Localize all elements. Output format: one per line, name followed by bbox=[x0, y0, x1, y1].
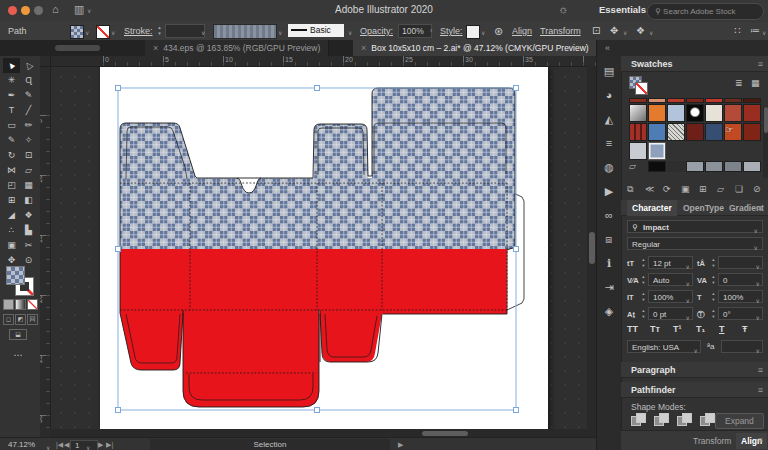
swatch[interactable] bbox=[648, 123, 666, 141]
color-icon[interactable]: ◕ bbox=[597, 84, 621, 106]
brush-chevron-icon[interactable]: ∨ bbox=[278, 29, 282, 36]
asset-export-icon[interactable]: ⧈ bbox=[597, 228, 621, 250]
vertical-scrollbar-thumb[interactable] bbox=[589, 232, 595, 264]
kerning-stepper[interactable]: ▴▾ bbox=[640, 274, 647, 285]
fill-color-indicator[interactable] bbox=[6, 266, 25, 285]
bounding-box-icon[interactable]: ⊡ bbox=[592, 22, 600, 40]
swatch[interactable] bbox=[724, 104, 742, 122]
profile-chevron-icon[interactable]: ∨ bbox=[348, 29, 352, 36]
swatch[interactable] bbox=[686, 104, 704, 122]
leading-stepper[interactable]: ▴▾ bbox=[710, 257, 717, 268]
canvas[interactable]: 05101520253035 51015202530 bbox=[40, 56, 596, 437]
stroke-swatch[interactable] bbox=[96, 25, 110, 39]
draw-inside-button[interactable]: 回 bbox=[27, 314, 38, 325]
swatches-menu-icon[interactable]: ≡ bbox=[758, 56, 763, 72]
swatches-scrollbar-thumb[interactable] bbox=[764, 107, 768, 133]
swatch[interactable] bbox=[743, 161, 761, 172]
pathfinder-menu-icon[interactable]: ≡ bbox=[758, 382, 763, 398]
swatches-stroke-indicator[interactable] bbox=[635, 82, 648, 95]
document-tab-2[interactable]: ×Box 10x5x10 cm – 2.ai* @ 47.12% (CMYK/G… bbox=[353, 40, 598, 56]
draw-behind-button[interactable]: ◩ bbox=[15, 314, 26, 325]
tracking-field[interactable]: 0∨ bbox=[718, 273, 763, 286]
perspective-grid-tool[interactable]: ▦ bbox=[20, 178, 37, 193]
direct-selection-tool[interactable]: △ bbox=[20, 58, 37, 73]
symbol-sprayer-tool[interactable]: ∴ bbox=[3, 223, 20, 238]
swatch[interactable] bbox=[686, 123, 704, 141]
swatch[interactable] bbox=[629, 98, 647, 103]
swatch[interactable] bbox=[705, 123, 723, 141]
anti-aliasing-field[interactable]: ∨ bbox=[721, 340, 763, 353]
opacity-label[interactable]: Opacity: bbox=[360, 22, 393, 40]
paragraph-panel-header[interactable]: Paragraph≡ bbox=[621, 362, 768, 378]
artboard-tool[interactable]: ▣ bbox=[3, 238, 20, 253]
magic-wand-tool[interactable]: ✳ bbox=[3, 73, 20, 88]
document-setup-icon[interactable]: ⊛ bbox=[494, 22, 503, 40]
actions-icon[interactable]: ▶ bbox=[597, 180, 621, 202]
grid-view-icon[interactable]: ▦ bbox=[751, 78, 760, 88]
swatch[interactable] bbox=[724, 98, 742, 103]
opacity-flyout-icon[interactable]: › bbox=[430, 27, 432, 34]
status-flyout-icon[interactable]: ▶ bbox=[398, 438, 403, 450]
font-family-field[interactable]: ⚲ Impact ∨ bbox=[627, 220, 763, 233]
gradient-mode-button[interactable] bbox=[15, 299, 26, 310]
swatch-options-icon[interactable]: ⟳ bbox=[663, 184, 671, 194]
opacity-field[interactable]: 100% bbox=[398, 24, 432, 38]
stroke-label[interactable]: Stroke: bbox=[124, 22, 153, 40]
stroke-weight-field[interactable] bbox=[165, 24, 205, 38]
vertical-scrollbar[interactable] bbox=[587, 66, 596, 437]
ruler-corner[interactable] bbox=[40, 56, 51, 67]
align-link[interactable]: Align bbox=[512, 22, 532, 40]
search-input[interactable]: ⚲ Search Adobe Stock bbox=[647, 3, 764, 20]
strikethrough-button[interactable]: Ŧ bbox=[742, 324, 748, 334]
tab-opentype[interactable]: OpenType bbox=[683, 200, 724, 216]
font-size-field[interactable]: 12 pt∨ bbox=[648, 256, 693, 269]
first-artboard-icon[interactable]: |◀ bbox=[56, 438, 63, 450]
expand-button[interactable]: Expand bbox=[715, 413, 764, 429]
arrange-chevron-icon[interactable]: ∨ bbox=[649, 29, 653, 36]
swatch[interactable] bbox=[667, 104, 685, 122]
horizontal-scale-field[interactable]: 100%∨ bbox=[718, 290, 763, 303]
superscript-button[interactable]: T¹ bbox=[673, 324, 682, 334]
underline-button[interactable]: T bbox=[719, 324, 725, 334]
language-field[interactable]: English: USA ∨ bbox=[627, 340, 701, 353]
selection-tool[interactable]: ▲ bbox=[3, 58, 20, 73]
brush-definition-dropdown[interactable] bbox=[213, 24, 277, 39]
slice-tool[interactable]: ✂ bbox=[20, 238, 37, 253]
rotate-tool[interactable]: ↻ bbox=[3, 148, 20, 163]
shape-builder-tool[interactable]: ◰ bbox=[3, 178, 20, 193]
document-tab-1[interactable]: ×434.eps @ 163.85% (RGB/GPU Preview) bbox=[145, 40, 329, 56]
zoom-chevron-icon[interactable]: ∨ bbox=[46, 442, 50, 450]
isolate-icon[interactable]: ✥ bbox=[610, 22, 618, 40]
swatch[interactable] bbox=[667, 98, 685, 103]
bulb-icon[interactable]: ☼ bbox=[558, 3, 568, 15]
style-chevron-icon[interactable]: ∨ bbox=[481, 29, 485, 36]
font-size-stepper[interactable]: ▴▾ bbox=[640, 257, 647, 268]
leading-field[interactable]: ∨ bbox=[718, 256, 763, 269]
layers-icon[interactable]: ◈ bbox=[597, 300, 621, 322]
close-tab-icon[interactable]: × bbox=[153, 43, 158, 53]
swatch[interactable] bbox=[629, 142, 647, 160]
swatch[interactable] bbox=[648, 161, 666, 172]
pencil-tool[interactable]: ✎ bbox=[3, 133, 20, 148]
links-icon[interactable]: ∞ bbox=[597, 204, 621, 226]
all-caps-button[interactable]: TT bbox=[627, 324, 638, 334]
rotation-stepper[interactable]: ▴▾ bbox=[710, 308, 717, 319]
artboard-number-field[interactable]: 1 bbox=[70, 440, 98, 450]
close-tab-icon[interactable]: × bbox=[361, 43, 366, 53]
swatch[interactable] bbox=[629, 104, 647, 122]
swatch[interactable] bbox=[705, 98, 723, 103]
swatch[interactable]: ▱ bbox=[629, 161, 647, 172]
stroke-weight-chevron-icon[interactable]: ∨ bbox=[201, 29, 205, 36]
swatch[interactable] bbox=[724, 161, 742, 172]
bottom-tabs-menu-icon[interactable]: ≡ bbox=[758, 435, 763, 445]
collapse-panels-icon[interactable]: « bbox=[605, 40, 610, 56]
rotation-field[interactable]: 0°∨ bbox=[718, 307, 763, 320]
lasso-tool[interactable]: Ɋ bbox=[20, 73, 37, 88]
grid-dots-icon[interactable]: ∷ bbox=[734, 22, 740, 40]
style-swatch[interactable] bbox=[466, 25, 480, 39]
free-transform-tool[interactable]: ▱ bbox=[20, 163, 37, 178]
tab-drag-handle[interactable] bbox=[55, 45, 100, 51]
gradient-tool[interactable]: ◧ bbox=[20, 193, 37, 208]
paragraph-menu-icon[interactable]: ≡ bbox=[758, 362, 763, 378]
swatch-kinds-icon[interactable]: ≪ bbox=[645, 184, 654, 194]
